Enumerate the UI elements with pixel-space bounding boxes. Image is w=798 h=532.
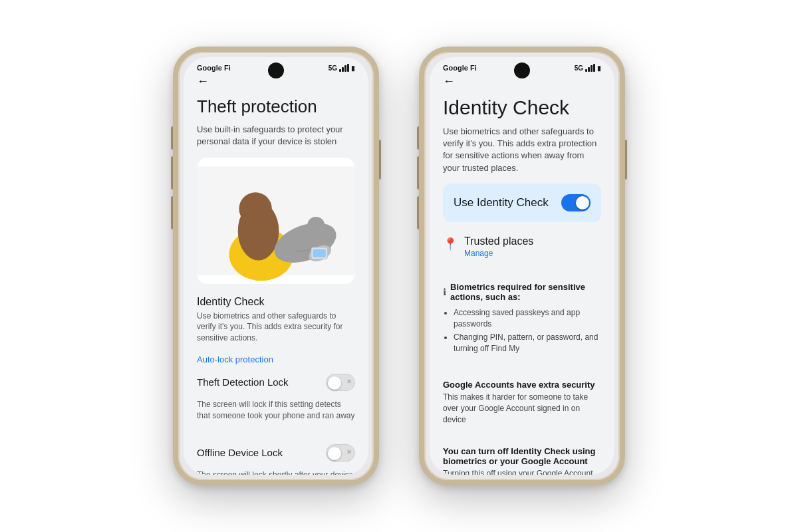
offline-lock-toggle[interactable]: ✕ [326, 444, 355, 462]
auto-lock-link[interactable]: Auto-lock protection [197, 354, 355, 364]
identity-check-feature: Identity Check Use biometrics and other … [197, 296, 355, 344]
status-right-2: 5G ▮ [575, 64, 601, 72]
status-bar-2: Google Fi 5G ▮ [430, 57, 614, 74]
biometrics-list: Accessing saved passkeys and app passwor… [443, 307, 601, 354]
google-accounts-desc: This makes it harder for someone to take… [443, 392, 601, 425]
toggle-x-offline: ✕ [346, 448, 352, 456]
turn-off-title: You can turn off Identity Check using bi… [443, 446, 601, 466]
screen-content-1: ← Theft protection Use built-in safeguar… [184, 74, 368, 475]
biometrics-info-section: ℹ Biometrics required for sensitive acti… [443, 282, 601, 357]
toggle-knob-theft [328, 376, 341, 390]
status-bar-1: Google Fi 5G ▮ [184, 57, 368, 74]
biometrics-header-text: Biometrics required for sensitive action… [450, 282, 601, 302]
google-accounts-title: Google Accounts have extra security [443, 380, 601, 390]
toggle-x-theft: ✕ [346, 378, 352, 385]
theft-detection-feature: Theft Detection Lock ✕ The screen will l… [197, 374, 355, 422]
biometrics-list-item-1: Accessing saved passkeys and app passwor… [454, 307, 601, 330]
trusted-places-manage[interactable]: Manage [464, 249, 533, 258]
trusted-places-row[interactable]: 📍 Trusted places Manage [443, 235, 601, 258]
biometrics-list-item-2: Changing PIN, pattern, or password, and … [454, 332, 601, 354]
theft-detection-title: Theft Detection Lock [197, 376, 289, 388]
toggle-knob-identity [576, 196, 589, 209]
theft-detection-toggle[interactable]: ✕ [326, 374, 355, 391]
notch-1 [268, 63, 284, 78]
battery-icon-1: ▮ [351, 65, 355, 72]
offline-lock-title: Offline Device Lock [197, 447, 283, 458]
theft-illustration [197, 158, 355, 284]
phone-2: Google Fi 5G ▮ ← Identity Check U [419, 47, 625, 485]
status-right-1: 5G ▮ [329, 64, 355, 72]
identity-check-desc: Use biometrics and other safeguards to v… [197, 311, 355, 344]
biometrics-header-row: ℹ Biometrics required for sensitive acti… [443, 282, 601, 302]
screen-content-2: ← Identity Check Use biometrics and othe… [430, 74, 614, 475]
page-title-1: Theft protection [197, 96, 355, 117]
page-title-2: Identity Check [443, 96, 601, 119]
network-type-1: 5G [329, 65, 337, 72]
use-identity-check-card[interactable]: Use Identity Check [443, 184, 601, 222]
page-subtitle-2: Use biometrics and other safeguards to v… [443, 126, 601, 174]
carrier-2: Google Fi [443, 64, 477, 72]
trusted-places-info: Trusted places Manage [464, 235, 533, 258]
toggle-knob-offline [328, 447, 341, 460]
page-subtitle-1: Use built-in safeguards to protect your … [197, 124, 355, 148]
offline-lock-desc: The screen will lock shortly after your … [197, 469, 355, 475]
phone-1: Google Fi 5G ▮ ← Theft protection [173, 47, 379, 485]
use-identity-check-toggle[interactable] [561, 194, 591, 211]
offline-lock-toggle-row: Offline Device Lock ✕ [197, 444, 355, 462]
signal-bars-2 [585, 64, 595, 72]
notch-2 [514, 63, 530, 78]
network-type-2: 5G [575, 65, 583, 72]
theft-detection-desc: The screen will lock if this setting det… [197, 399, 355, 422]
carrier-1: Google Fi [197, 64, 231, 72]
svg-rect-8 [313, 249, 326, 257]
pin-icon: 📍 [443, 237, 458, 251]
turn-off-block: You can turn off Identity Check using bi… [443, 446, 601, 475]
google-accounts-block: Google Accounts have extra security This… [443, 380, 601, 425]
offline-lock-feature: Offline Device Lock ✕ The screen will lo… [197, 444, 355, 475]
battery-icon-2: ▮ [597, 65, 601, 72]
identity-check-title: Identity Check [197, 296, 355, 308]
info-icon: ℹ [443, 287, 446, 297]
signal-bars-1 [339, 64, 349, 72]
trusted-places-title: Trusted places [464, 235, 533, 247]
use-identity-check-label: Use Identity Check [454, 196, 549, 209]
svg-point-3 [239, 192, 271, 225]
theft-detection-toggle-row: Theft Detection Lock ✕ [197, 374, 355, 391]
turn-off-desc: Turning this off using your Google Accou… [443, 468, 601, 475]
